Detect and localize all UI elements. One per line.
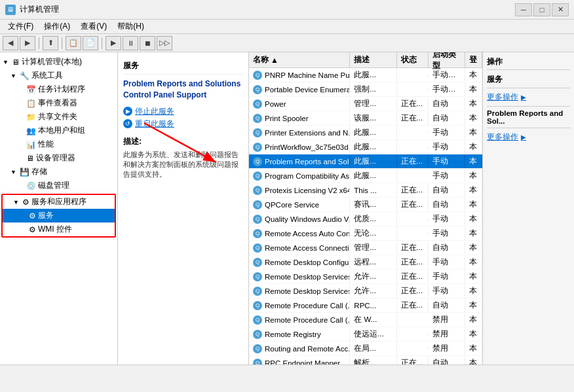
service-icon: Q [253, 359, 262, 365]
service-row[interactable]: Q Remote Desktop Configu... 远程... 正在... … [249, 255, 482, 270]
service-row[interactable]: Q Printer Extensions and N... 此服... 手动 本 [249, 126, 482, 140]
tree-item-task-scheduler[interactable]: ▶ 📅 任务计划程序 [0, 82, 117, 96]
tree-item-device-manager[interactable]: ▶ 🖥 设备管理器 [0, 151, 117, 165]
col-header-status[interactable]: 状态 [397, 52, 429, 67]
service-logon-cell: 本 [465, 285, 482, 297]
service-row[interactable]: Q Print Spooler 该服... 正在... 自动 本 [249, 111, 482, 126]
tree-item-storage[interactable]: ▼ 💾 存储 [0, 165, 117, 179]
tree-icon-task: 📅 [26, 85, 36, 94]
service-row[interactable]: Q Routing and Remote Acc... 在局... 禁用 本 [249, 342, 482, 356]
service-row[interactable]: Q Remote Procedure Call (... RPC... 正在..… [249, 298, 482, 313]
tree-item-local-users[interactable]: ▶ 👥 本地用户和组 [0, 124, 117, 137]
stop-service-link[interactable]: ▶ 停止此服务 [123, 106, 243, 117]
service-row[interactable]: Q Protexis Licensing V2 x64 This ... 正在.… [249, 183, 482, 198]
pause-button[interactable]: ⏸ [123, 36, 138, 50]
service-desc-cell: 此服... [350, 141, 396, 153]
action-divider-3 [487, 128, 570, 128]
service-logon-cell: 本 [465, 342, 482, 355]
service-name-cell: Q Protexis Licensing V2 x64 [249, 185, 350, 196]
service-status-cell: 正在... [397, 270, 429, 283]
menu-action[interactable]: 操作(A) [39, 20, 75, 33]
service-name-cell: Q Routing and Remote Acc... [249, 343, 350, 355]
up-button[interactable]: ⬆ [43, 36, 58, 50]
service-name-cell: Q Remote Access Auto Con... [249, 228, 350, 240]
service-desc-cell: 此服... [350, 155, 396, 168]
service-desc-cell: 赛讯... [350, 198, 396, 211]
tree-item-services-apps[interactable]: ▼ ⚙ 服务和应用程序 [3, 195, 115, 209]
properties-button[interactable]: 📄 [83, 36, 98, 50]
service-name-cell: Q Problem Reports and Sol... [249, 156, 350, 168]
close-button[interactable]: ✕ [552, 3, 569, 16]
service-icon: Q [253, 215, 262, 224]
play-button[interactable]: ▶ [105, 36, 121, 50]
stop-button[interactable]: ⏹ [140, 36, 155, 50]
more-actions-link[interactable]: 更多操作 ▶ [487, 91, 570, 103]
restart-button[interactable]: ▷▷ [157, 36, 172, 50]
service-status-cell: 正在... [397, 155, 429, 168]
toolbar-sep-1 [39, 37, 39, 49]
menu-view[interactable]: 查看(V) [75, 20, 112, 33]
service-desc-cell: 此服... [350, 126, 396, 139]
minimize-button[interactable]: ─ [515, 3, 532, 16]
service-status-cell: 正在... [397, 357, 429, 365]
tree-item-services[interactable]: ▶ ⚙ 服务 [3, 209, 115, 223]
maximize-button[interactable]: □ [533, 3, 550, 16]
tree-item-performance[interactable]: ▶ 📊 性能 [0, 137, 117, 151]
restart-service-link[interactable]: ↺ 重启此服务 [123, 118, 243, 130]
service-startup-cell: 手动 [429, 227, 465, 240]
service-row[interactable]: Q Quality Windows Audio V... 优质... 手动 本 [249, 212, 482, 226]
right-side-panel: 操作 服务 更多操作 ▶ Problem Reports and Sol... … [482, 52, 574, 365]
service-name-cell: Q PrintWorkflow_3c75e03d... [249, 141, 350, 153]
menu-file[interactable]: 文件(F) [3, 20, 39, 33]
service-row[interactable]: Q QPCore Service 赛讯... 正在... 自动 本 [249, 198, 482, 212]
col-header-name[interactable]: 名称 ▲ [249, 52, 350, 67]
service-row[interactable]: Q PrintWorkflow_3c75e03d... 此服... 手动 本 [249, 140, 482, 154]
service-logon-cell: 本 [465, 126, 482, 139]
service-desc-cell: RPC... [350, 300, 396, 311]
service-startup-cell: 自动 [429, 198, 465, 211]
col-header-startup[interactable]: 启动类型 [429, 52, 465, 67]
tree-item-shared-folders[interactable]: ▶ 📁 共享文件夹 [0, 110, 117, 124]
tree-icon-computer: 🖥 [12, 58, 20, 67]
service-status-cell [397, 333, 429, 336]
service-row[interactable]: Q Portable Device Enumera... 强制... 手动触发.… [249, 82, 482, 97]
service-name-cell: Q Program Compatibility As... [249, 170, 350, 182]
service-logon-cell: 本 [465, 169, 482, 182]
tree-item-disk-management[interactable]: ▶ 💿 磁盘管理 [0, 179, 117, 192]
service-startup-cell: 自动 [429, 299, 465, 312]
service-row[interactable]: Q Remote Desktop Services 允许... 正在... 手动… [249, 270, 482, 284]
service-desc-cell: 允许... [350, 285, 396, 297]
tree-item-computer[interactable]: ▼ 🖥 计算机管理(本地) [0, 55, 117, 69]
service-row[interactable]: Q Program Compatibility As... 此服... 手动 本 [249, 169, 482, 183]
service-row[interactable]: Q Remote Procedure Call (... 在 W... 禁用 本 [249, 313, 482, 327]
service-row[interactable]: Q Remote Desktop Services... 允许... 正在...… [249, 284, 482, 298]
service-row[interactable]: Q Problem Reports and Sol... 此服... 正在...… [249, 154, 482, 169]
service-startup-cell: 手动 [429, 285, 465, 297]
forward-button[interactable]: ▶ [20, 36, 35, 50]
service-row[interactable]: Q Remote Access Auto Con... 无论... 手动 本 [249, 226, 482, 241]
tree-item-event-viewer[interactable]: ▶ 📋 事件查看器 [0, 96, 117, 110]
toolbar-sep-2 [62, 37, 62, 49]
back-button[interactable]: ◀ [3, 36, 18, 50]
title-bar-left: 🖥 计算机管理 [5, 4, 59, 15]
tree-icon-tools: 🔧 [20, 71, 29, 80]
service-startup-cell: 禁用 [429, 313, 465, 326]
stop-icon: ▶ [123, 107, 132, 116]
service-desc-cell: 优质... [350, 213, 396, 225]
service-row[interactable]: Q Power 管理... 正在... 自动 本 [249, 97, 482, 111]
service-icon: Q [253, 99, 262, 109]
service-row[interactable]: Q Remote Registry 使远运... 禁用 本 [249, 327, 482, 342]
highlighted-section: ▼ ⚙ 服务和应用程序 ▶ ⚙ 服务 ▶ ⚙ WMI 控件 [1, 194, 116, 238]
col-header-logon[interactable]: 登 [465, 52, 482, 67]
service-row[interactable]: Q Remote Access Connecti... 管理... 正在... … [249, 241, 482, 255]
service-row[interactable]: Q RPC Endpoint Mapper 解析... 正在... 自动 本 [249, 356, 482, 365]
show-hide-button[interactable]: 📋 [66, 36, 81, 50]
service-startup-cell: 手动 [429, 126, 465, 139]
tree-item-wmi[interactable]: ▶ ⚙ WMI 控件 [3, 223, 115, 236]
service-icon: Q [253, 71, 262, 80]
selected-more-actions-link[interactable]: 更多操作 ▶ [487, 131, 570, 143]
tree-item-system-tools[interactable]: ▼ 🔧 系统工具 [0, 69, 117, 82]
menu-help[interactable]: 帮助(H) [112, 20, 149, 33]
col-header-desc[interactable]: 描述 [350, 52, 396, 67]
service-status-cell [397, 74, 429, 77]
